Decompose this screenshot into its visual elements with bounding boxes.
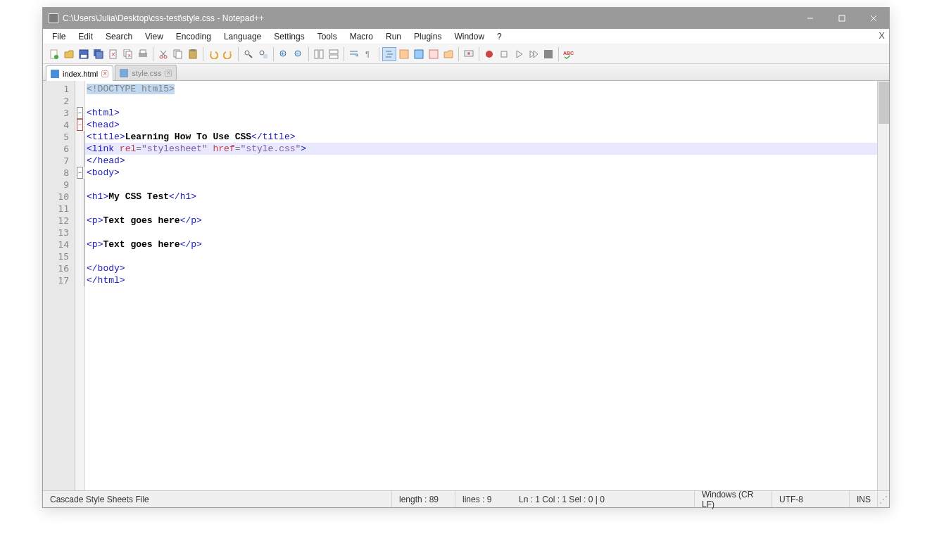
svg-text:×: × [111, 51, 115, 58]
svg-rect-9 [96, 51, 103, 58]
line-number-gutter: 1234567891011121314151617 [43, 81, 75, 490]
window-title: C:\Users\Julia\Desktop\css-test\style.cs… [63, 13, 794, 23]
svg-text:+: + [281, 51, 284, 57]
menu-search[interactable]: Search [99, 30, 139, 43]
svg-point-25 [245, 51, 249, 55]
zoom-out-icon[interactable]: - [291, 47, 306, 61]
word-wrap-icon[interactable] [347, 47, 361, 61]
svg-rect-7 [81, 55, 87, 58]
svg-rect-28 [263, 54, 267, 58]
close-file-icon[interactable]: × [106, 47, 120, 61]
svg-rect-36 [329, 55, 338, 58]
file-icon [120, 69, 128, 77]
svg-text:ABC: ABC [563, 51, 574, 56]
document-close-x[interactable]: X [879, 30, 885, 41]
fold-box-icon[interactable]: − [77, 107, 83, 119]
menu-macro[interactable]: Macro [344, 30, 379, 43]
svg-rect-1 [839, 15, 845, 21]
menu-encoding[interactable]: Encoding [170, 30, 218, 43]
save-all-icon[interactable] [92, 47, 106, 61]
play-multi-icon[interactable] [527, 47, 541, 61]
doc-map-icon[interactable] [412, 47, 426, 61]
menu-tools[interactable]: Tools [311, 30, 344, 43]
svg-point-48 [486, 51, 493, 58]
find-icon[interactable] [241, 47, 256, 61]
open-file-icon[interactable] [62, 47, 76, 61]
menu-plugins[interactable]: Plugins [408, 30, 448, 43]
toolbar: × × + - ¶ ABC [43, 44, 889, 64]
menu-window[interactable]: Window [448, 30, 491, 43]
undo-icon[interactable] [206, 47, 220, 61]
save-macro-icon[interactable] [541, 47, 555, 61]
fold-margin[interactable]: − − − [75, 81, 85, 490]
sync-v-icon[interactable] [312, 47, 326, 61]
svg-rect-33 [315, 50, 318, 58]
editor-area[interactable]: 1234567891011121314151617 − − − <!DOCTYP… [43, 81, 889, 490]
menu-file[interactable]: File [46, 30, 72, 43]
fold-box-icon[interactable]: − [77, 167, 83, 179]
tab-close-icon[interactable]: × [101, 70, 108, 77]
new-file-icon[interactable] [47, 47, 61, 61]
status-position: Ln : 1 Col : 1 Sel : 0 | 0 [512, 491, 695, 507]
cut-icon[interactable] [156, 47, 170, 61]
close-button[interactable] [857, 8, 889, 29]
status-file-type: Cascade Style Sheets File [43, 491, 392, 507]
monitor-icon[interactable] [462, 47, 476, 61]
menu-help[interactable]: ? [491, 30, 508, 43]
menu-edit[interactable]: Edit [72, 30, 99, 43]
status-insert-mode[interactable]: INS [850, 491, 878, 507]
redo-icon[interactable] [221, 47, 235, 61]
indent-guide-icon[interactable] [382, 47, 396, 61]
play-icon[interactable] [512, 47, 526, 61]
tab-strip: index.html × style.css × [43, 64, 889, 81]
resize-grip-icon[interactable]: ⋰ [878, 495, 889, 504]
udl-icon[interactable] [397, 47, 411, 61]
func-list-icon[interactable] [427, 47, 441, 61]
folder-icon[interactable] [441, 47, 455, 61]
svg-text:×: × [127, 52, 131, 59]
copy-icon[interactable] [171, 47, 185, 61]
replace-icon[interactable] [256, 47, 270, 61]
svg-rect-24 [191, 49, 195, 51]
svg-point-5 [54, 55, 58, 59]
tab-style-css[interactable]: style.css × [115, 65, 177, 80]
print-icon[interactable] [136, 47, 150, 61]
status-lines: lines : 9 [455, 491, 512, 507]
show-all-chars-icon[interactable]: ¶ [362, 47, 376, 61]
paste-icon[interactable] [186, 47, 200, 61]
tab-close-icon[interactable]: × [165, 70, 172, 77]
fold-box-icon[interactable]: − [77, 119, 83, 131]
svg-rect-43 [400, 50, 408, 58]
vertical-scrollbar[interactable] [877, 81, 889, 490]
svg-point-47 [467, 52, 470, 55]
maximize-button[interactable] [826, 8, 857, 29]
svg-rect-45 [429, 50, 438, 58]
titlebar[interactable]: C:\Users\Julia\Desktop\css-test\style.cs… [43, 8, 889, 29]
save-icon[interactable] [77, 47, 91, 61]
app-icon [49, 13, 58, 23]
svg-rect-35 [329, 50, 338, 53]
minimize-button[interactable] [794, 8, 826, 29]
svg-rect-50 [544, 50, 553, 58]
status-encoding[interactable]: UTF-8 [772, 491, 850, 507]
close-all-icon[interactable]: × [121, 47, 135, 61]
tab-index-html[interactable]: index.html × [46, 65, 113, 81]
svg-rect-16 [140, 50, 146, 53]
menu-view[interactable]: View [139, 30, 170, 43]
file-icon [51, 70, 59, 78]
menu-settings[interactable]: Settings [267, 30, 310, 43]
zoom-in-icon[interactable]: + [277, 47, 291, 61]
status-eol[interactable]: Windows (CR LF) [695, 491, 772, 507]
status-length: length : 89 [392, 491, 455, 507]
spellcheck-icon[interactable]: ABC [562, 47, 576, 61]
stop-icon[interactable] [497, 47, 511, 61]
record-icon[interactable] [482, 47, 496, 61]
scrollbar-thumb[interactable] [879, 82, 889, 124]
notepadpp-window: C:\Users\Julia\Desktop\css-test\style.cs… [42, 7, 890, 508]
code-content[interactable]: <!DOCTYPE html5> <html> <head> <title>Le… [85, 81, 877, 490]
sync-h-icon[interactable] [327, 47, 341, 61]
menu-run[interactable]: Run [379, 30, 408, 43]
menu-language[interactable]: Language [218, 30, 267, 43]
svg-rect-44 [415, 50, 423, 58]
tab-label: index.html [63, 70, 98, 78]
